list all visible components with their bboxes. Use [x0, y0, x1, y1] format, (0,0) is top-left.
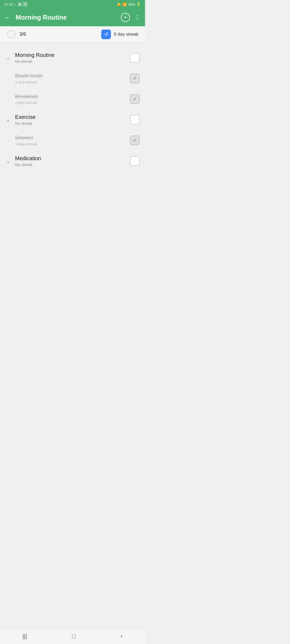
- progress-circle-icon: [6, 30, 16, 39]
- music-icon: ♪: [15, 2, 17, 6]
- chevron-down-icon[interactable]: ⌄: [4, 137, 12, 144]
- chevron-down-icon[interactable]: ⌄: [4, 116, 12, 123]
- habit-info: Shower1 day streak: [15, 134, 127, 146]
- habit-name: Breakfast: [15, 93, 127, 100]
- battery-label: 49%: [128, 2, 135, 6]
- chevron-down-icon[interactable]: ⌄: [4, 158, 12, 164]
- list-item: ⌄ExerciseNo streak✓: [0, 110, 145, 129]
- repeat-icon: ↺: [104, 31, 108, 37]
- chevron-down-icon[interactable]: ⌄: [4, 75, 12, 82]
- status-left: 17:10 ♪ 🖼 N: [4, 2, 27, 6]
- svg-point-0: [8, 31, 15, 38]
- progress-right: ↺ 0 day streak: [101, 30, 139, 39]
- list-item: ⌄Breakfast1 day streak✓: [0, 89, 145, 109]
- chevron-down-icon[interactable]: ⌄: [4, 54, 12, 61]
- more-options-button[interactable]: ⋮: [134, 14, 141, 21]
- back-button[interactable]: ←: [4, 13, 11, 22]
- habit-checkbox[interactable]: ✓: [130, 94, 140, 104]
- habit-checkbox[interactable]: ✓: [130, 53, 140, 63]
- checkmark-icon: ✓: [133, 96, 137, 102]
- app-bar: ← Morning Routine + ⋮: [0, 9, 145, 26]
- habit-streak: No streak: [15, 59, 127, 64]
- status-bar: 17:10 ♪ 🖼 N 🔔 📶 49% 🔋: [0, 0, 145, 9]
- streak-label: 0 day streak: [114, 32, 139, 37]
- habit-list: ⌄Morning RoutineNo streak✓⌄Brush teeth1 …: [0, 42, 145, 193]
- habit-checkbox[interactable]: ✓: [130, 156, 140, 166]
- checkmark-icon: ✓: [133, 75, 137, 82]
- habit-info: ExerciseNo streak: [15, 114, 127, 126]
- habit-streak: 1 day streak: [15, 80, 127, 84]
- progress-row: 3/6 ↺ 0 day streak: [0, 26, 145, 42]
- habit-info: Brush teeth1 day streak: [15, 72, 127, 84]
- image-icon: 🖼: [18, 2, 21, 6]
- list-item: ⌄Shower1 day streak✓: [0, 130, 145, 150]
- habit-info: Breakfast1 day streak: [15, 93, 127, 105]
- habit-streak: No streak: [15, 121, 127, 126]
- add-icon: +: [124, 14, 127, 21]
- habit-name: Exercise: [15, 114, 127, 120]
- list-item: ⌄Brush teeth1 day streak✓: [0, 68, 145, 88]
- status-time: 17:10: [4, 2, 13, 6]
- habit-checkbox[interactable]: ✓: [130, 74, 140, 83]
- habit-name: Morning Routine: [15, 52, 127, 58]
- wifi-icon: 📶: [122, 2, 127, 6]
- streak-icon: ↺: [101, 30, 111, 39]
- habit-checkbox[interactable]: ✓: [130, 115, 140, 125]
- habit-name: Shower: [15, 134, 127, 141]
- alarm-icon: 🔔: [117, 2, 121, 6]
- add-habit-button[interactable]: +: [121, 13, 130, 22]
- habit-streak: 1 day streak: [15, 100, 127, 105]
- habit-checkbox[interactable]: ✓: [130, 136, 140, 145]
- status-right: 🔔 📶 49% 🔋: [117, 2, 141, 6]
- page-title: Morning Routine: [16, 14, 121, 21]
- chevron-down-icon[interactable]: ⌄: [4, 96, 12, 102]
- list-item: ⌄Morning RoutineNo streak✓: [0, 48, 145, 67]
- habit-streak: No streak: [15, 162, 127, 167]
- list-item: ⌄MedicationNo streak✓: [0, 151, 145, 171]
- habit-info: MedicationNo streak: [15, 155, 127, 167]
- habit-streak: 1 day streak: [15, 142, 127, 146]
- habit-name: Medication: [15, 155, 127, 162]
- app-bar-actions: + ⋮: [121, 13, 141, 22]
- habit-info: Morning RoutineNo streak: [15, 52, 127, 64]
- notion-icon: N: [23, 2, 27, 6]
- checkmark-icon: ✓: [133, 137, 137, 144]
- progress-left: 3/6: [6, 30, 26, 39]
- battery-icon: 🔋: [136, 2, 141, 6]
- progress-label: 3/6: [19, 31, 26, 37]
- habit-name: Brush teeth: [15, 72, 127, 79]
